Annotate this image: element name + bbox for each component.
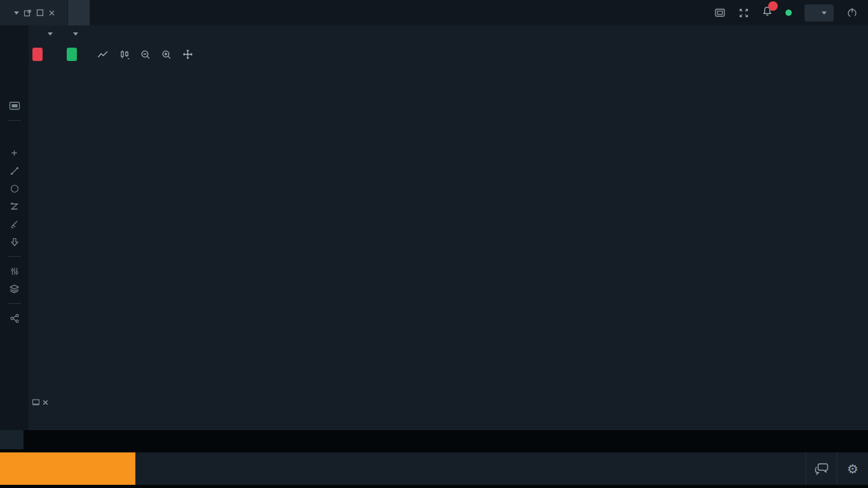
open-real-account-button[interactable] <box>0 452 135 485</box>
close-window-icon[interactable] <box>48 10 55 17</box>
rail-divider <box>8 256 21 257</box>
account-caret-icon <box>822 11 827 15</box>
layers-icon[interactable] <box>6 283 23 294</box>
buy-button[interactable] <box>67 48 77 61</box>
maximize-icon[interactable] <box>36 9 44 17</box>
layout-frame-icon[interactable] <box>714 8 726 18</box>
arrow-tool-icon[interactable] <box>6 236 23 247</box>
crosshair-add-icon[interactable]: + <box>6 147 23 158</box>
zoom-out-icon[interactable] <box>140 50 151 60</box>
chat-button[interactable] <box>806 452 837 485</box>
status-bar: ⚙ <box>0 449 868 488</box>
macd-close-icon[interactable] <box>43 400 48 405</box>
rail-divider <box>8 120 21 121</box>
workspace-caret-icon[interactable] <box>14 11 19 15</box>
gear-icon: ⚙ <box>847 461 858 477</box>
candle-chart-type-icon[interactable] <box>119 50 130 60</box>
notifications-bell[interactable] <box>762 6 773 20</box>
connection-status-dot <box>785 10 792 16</box>
macd-panel-icon[interactable] <box>32 399 39 405</box>
popout-window-icon[interactable] <box>24 9 32 17</box>
waves-tool-icon[interactable] <box>6 219 23 229</box>
fibonacci-tool-icon[interactable] <box>6 201 23 212</box>
chart-layout-icon[interactable] <box>6 100 23 111</box>
top-bar <box>0 0 868 25</box>
add-workspace-tab-button[interactable] <box>67 0 90 25</box>
macd-indicator-label <box>32 399 51 405</box>
settings-sliders-icon[interactable] <box>6 266 23 276</box>
sell-button[interactable] <box>32 48 43 61</box>
power-logout-icon[interactable] <box>846 7 858 18</box>
account-switcher[interactable] <box>804 4 834 22</box>
symbol-caret-icon[interactable] <box>48 32 53 36</box>
profit-summary <box>787 452 806 485</box>
left-tool-rail: + <box>0 25 29 430</box>
indicators-icon[interactable] <box>6 130 23 140</box>
chart-region <box>29 25 868 430</box>
instrument-tabs-bar <box>0 430 868 449</box>
notification-badge <box>768 1 778 11</box>
pan-move-icon[interactable] <box>182 49 193 60</box>
settings-button[interactable]: ⚙ <box>837 452 868 485</box>
chart-trade-header <box>32 48 193 61</box>
timeframe-caret-icon[interactable] <box>73 32 78 36</box>
rail-divider <box>8 303 21 304</box>
share-icon[interactable] <box>6 313 23 323</box>
zoom-in-icon[interactable] <box>161 50 172 60</box>
fullscreen-icon[interactable] <box>738 8 749 18</box>
trendline-tool-icon[interactable] <box>6 165 23 176</box>
add-instrument-tab-button[interactable] <box>0 430 24 449</box>
line-chart-type-icon[interactable] <box>97 50 109 59</box>
chart-symbol-header <box>36 32 78 36</box>
chat-icon <box>814 463 829 475</box>
workspace-section <box>0 0 67 25</box>
shapes-tool-icon[interactable] <box>6 183 23 194</box>
top-right-controls <box>714 0 868 25</box>
